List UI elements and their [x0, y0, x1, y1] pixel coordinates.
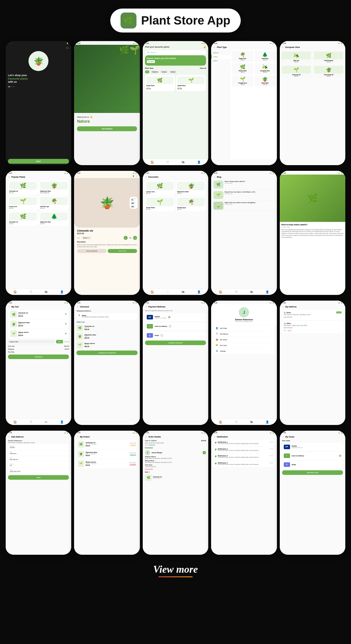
plant-item[interactable]: 🌱 Vickerman 60 $15.00 [281, 65, 312, 78]
tab-all[interactable]: All [145, 70, 150, 73]
tab-outdoors[interactable]: Outdoors [150, 70, 159, 73]
blog-item[interactable]: 🌿 How to keep indoor plants? 13 Sep, 202… [211, 179, 277, 190]
back-button[interactable]: ← [282, 305, 284, 308]
notification-item[interactable]: Notification 3 Lorem ipsum dolor sit ame… [213, 453, 274, 460]
profile-menu-settings[interactable]: ⚙️ Settings › [213, 349, 274, 354]
cart-nav[interactable]: 🛍 [45, 290, 48, 293]
add-to-cart-button[interactable]: View Cart $ [108, 249, 137, 253]
pop-plant-card[interactable]: 🪴 Dignissim diam $15.00/$60.00 [39, 181, 69, 195]
paypal-method[interactable]: PP PayPal xxxx xxxx xxxx 5636 [145, 313, 206, 321]
qty-plus[interactable]: + [133, 236, 137, 240]
card-item-stripe[interactable]: S Stripe [282, 461, 343, 469]
state-field[interactable]: State New Mexico [8, 456, 69, 461]
cat-outdoors[interactable]: Outdoors [211, 51, 231, 55]
card-item-cash[interactable]: 💵 Cash on delivery [282, 452, 343, 460]
notification-icon[interactable]: 🔔 [203, 46, 206, 48]
view-all-link[interactable]: View all [64, 341, 69, 343]
plant-item[interactable]: 🫒 European Olive $15.00 [254, 63, 276, 74]
search-bar[interactable]: 🔍 Search... [145, 50, 206, 54]
get-started-button[interactable]: Get Started [77, 126, 137, 131]
share-icon[interactable]: ⬆ [132, 175, 134, 177]
cat-indoor[interactable]: Indoor [211, 55, 231, 59]
plant-item[interactable]: 🌿 Olea Europaea $15.00 [313, 50, 344, 64]
back-button[interactable]: ← [213, 46, 216, 48]
skip-button[interactable]: Skip [8, 47, 69, 49]
plant-item[interactable]: 🌱 Triangle Ficus $15.00 [232, 75, 253, 86]
fav-card[interactable]: 🌴 Scelerisque $18.00 [176, 197, 206, 211]
back-button[interactable]: ← [145, 176, 147, 178]
profile-menu-my-address[interactable]: 📍 My Address › [213, 331, 274, 337]
back-button[interactable]: ← [213, 436, 216, 438]
plant-item[interactable]: 🫒 Olive tree $15.00 [281, 50, 312, 64]
home-nav[interactable]: 🏠 [150, 161, 154, 164]
remove-item-icon[interactable]: ✕ [65, 333, 67, 335]
profile-nav[interactable]: 👤 [60, 420, 64, 424]
phone-field[interactable]: Phone (316) 555-0116 [8, 468, 69, 473]
back-button[interactable]: ← [145, 305, 147, 308]
fav-card[interactable]: 🪴 Dignissim diam $20.00 [176, 181, 206, 195]
city-field[interactable]: City Allentown [8, 450, 69, 455]
stripe-method[interactable]: S Stripe [145, 331, 206, 339]
back-button[interactable]: ← [76, 305, 79, 308]
back-button[interactable]: ← [76, 436, 79, 438]
next-button[interactable]: Next [8, 159, 69, 164]
radio-selected[interactable] [168, 316, 170, 318]
checkout-button[interactable]: Checkout [8, 355, 69, 359]
back-button[interactable]: ← [145, 436, 147, 438]
fav-card[interactable]: 🌱 Snake Plant $13.00 [145, 197, 175, 211]
add-new-card-button[interactable]: Add New Card [282, 470, 343, 475]
plant-item[interactable]: 🪴 Parlor Palm $15.00 [254, 75, 276, 86]
profile-nav[interactable]: 👤 [197, 161, 201, 164]
remove-item-icon[interactable]: ✕ [65, 323, 67, 325]
notification-item[interactable]: Notification 4 Lorem ipsum dolor sit ame… [213, 461, 274, 467]
back-button[interactable]: ← [76, 175, 78, 177]
plant-item[interactable]: 🌿 Parlour Palm $15.00 [232, 63, 253, 74]
pop-plant-card[interactable]: 🌿 Cimmodo viv $15.00 [8, 181, 38, 195]
back-button[interactable]: ← [282, 46, 284, 48]
notification-item[interactable]: Notification 2 Lorem ipsum dolor sit ame… [213, 447, 274, 453]
fav-card[interactable]: 🌿 Lectus arcu $30.00 [145, 181, 175, 195]
buy-now-button[interactable]: Buy Now [147, 60, 155, 63]
qty-minus[interactable]: − [124, 236, 128, 240]
country-field[interactable]: Country US [8, 462, 69, 467]
home-nav[interactable]: 🏠 [219, 420, 222, 424]
view-more-label[interactable]: View more [0, 563, 351, 575]
cart-nav[interactable]: 🛍 [182, 290, 185, 293]
plant-item[interactable]: 🌴 Dragon Tree $15.00 [232, 51, 253, 62]
home-nav[interactable]: 🏠 [219, 290, 222, 293]
cart-nav[interactable]: 🛍 [182, 161, 185, 164]
notification-item[interactable]: Notification 1 Lorem ipsum dolor sit ame… [213, 440, 274, 446]
home-nav[interactable]: 🏠 [150, 290, 154, 293]
tab-garden[interactable]: Garden [169, 70, 177, 73]
cat-garden[interactable]: Garden [211, 59, 231, 63]
coupon-input[interactable]: Coupon Code [8, 340, 55, 343]
tab-indoors[interactable]: Indoors [160, 70, 168, 73]
order-row[interactable]: 🌿 Cimmodo viv Size: M • Quantity: 1 $15.… [76, 440, 137, 449]
radio-unselected[interactable] [161, 334, 163, 337]
profile-menu-my-profile[interactable]: 👤 My Profile › [213, 326, 274, 331]
plant-item[interactable]: 🪴 Flora Bunda 28 $15.00 [313, 65, 344, 78]
profile-menu-my-cards[interactable]: 💳 My Cards › [213, 343, 274, 348]
profile-nav[interactable]: 👤 [197, 290, 201, 293]
favorites-nav[interactable]: ♡ [166, 161, 169, 164]
remove-item-icon[interactable]: ✕ [65, 313, 67, 315]
profile-nav[interactable]: 👤 [60, 290, 64, 293]
continue-to-payment-button[interactable]: Continue To Payment [76, 351, 137, 355]
home-nav[interactable]: 🏠 [13, 420, 17, 424]
profile-menu-my-orders[interactable]: 📦 My Orders › [213, 337, 274, 342]
confirm-payment-button[interactable]: Confirm Payment [145, 341, 206, 345]
back-button[interactable]: ← [8, 305, 10, 308]
back-button[interactable]: ← [282, 436, 284, 438]
blog-item[interactable]: 🍃 Signs that your plants may be struggli… [211, 201, 277, 211]
plant-card[interactable]: 🌱 Snake Plant Instant $13.00 [176, 75, 206, 91]
back-button[interactable]: ← [8, 436, 10, 438]
blog-item[interactable]: 🌱 Should You Use Hard or Soft Water on P… [211, 190, 277, 201]
favorites-nav[interactable]: ♡ [235, 420, 238, 424]
plant-item[interactable]: 🌲 Island Pine $15.00 [254, 51, 276, 62]
pop-plant-card[interactable]: 🌲 Dignissim diam $15.00 [39, 211, 69, 226]
pop-plant-card[interactable]: 🌱 Lectus arcu $15.00 [8, 196, 38, 210]
order-row[interactable]: 🪴 Dignissim diam Size: S • Quantity: 1 $… [76, 449, 137, 459]
view-cart-button[interactable]: View Cart $15.00 [77, 249, 106, 253]
pop-plant-card[interactable]: 🌿 Cimmodo viv $15.00 [8, 211, 38, 226]
radio-unselected[interactable] [169, 325, 171, 327]
